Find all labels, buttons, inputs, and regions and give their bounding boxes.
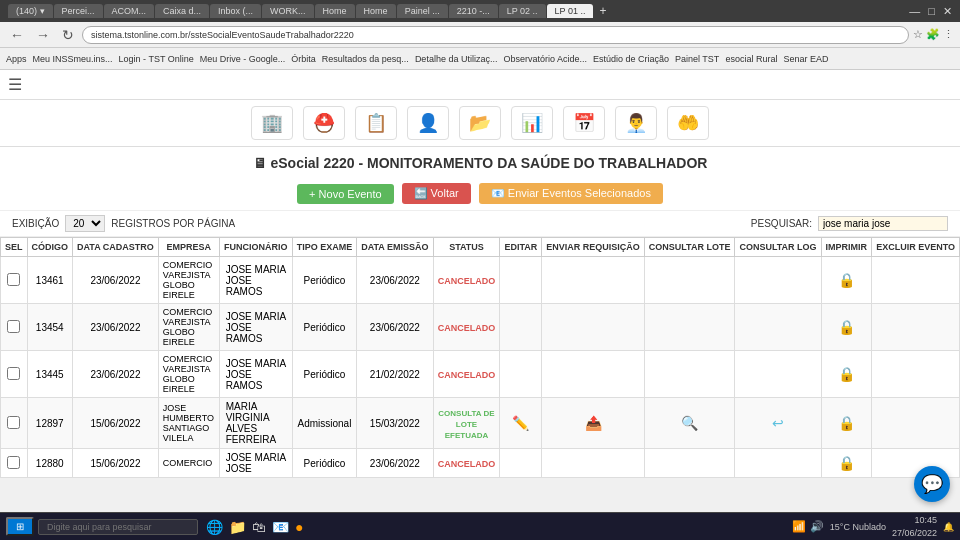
tab-10[interactable]: 2210 -... [449,4,498,18]
icon-module4: 👤 [414,109,442,137]
bookmark-orbita[interactable]: Órbita [291,54,316,64]
minimize-btn[interactable]: — [909,5,920,18]
col-empresa[interactable]: EMPRESA [158,238,219,257]
floating-help-button[interactable]: 💬 [914,466,950,502]
search-input[interactable] [818,216,948,231]
new-tab-button[interactable]: + [594,4,611,18]
taskbar-store-icon[interactable]: 🛍 [252,519,266,535]
per-page-select[interactable]: 20 50 100 [65,215,105,232]
row4-checkbox[interactable] [7,416,20,429]
tab-3[interactable]: ACOM... [104,4,155,18]
row4-send-button[interactable]: 📤 [584,414,603,432]
row1-imprimir[interactable]: 🔒 [821,257,872,304]
bookmark-resultados[interactable]: Resultados da pesq... [322,54,409,64]
reload-button[interactable]: ↻ [58,26,78,44]
back-button[interactable]: 🔙 Voltar [402,183,471,204]
tab-8[interactable]: Home [356,4,396,18]
row5-empresa: COMERCIO [158,449,219,478]
star-icon[interactable]: ☆ [913,28,923,41]
row4-sel[interactable] [1,398,28,449]
taskbar-chrome-icon[interactable]: ● [295,519,303,535]
row4-editar[interactable]: ✏️ [500,398,542,449]
col-data-cadastro[interactable]: DATA CADASTRO [73,238,159,257]
new-event-button[interactable]: + Novo Evento [297,184,393,204]
row5-sel[interactable] [1,449,28,478]
app-icon-8[interactable]: 👨‍💼 [615,106,657,140]
tab-6[interactable]: WORK... [262,4,314,18]
taskbar-mail-icon[interactable]: 📧 [272,519,289,535]
row4-log-button[interactable]: ↩ [771,414,785,432]
row4-edit-button[interactable]: ✏️ [511,414,530,432]
row3-checkbox[interactable] [7,367,20,380]
tab-9[interactable]: Painel ... [397,4,448,18]
row1-checkbox[interactable] [7,273,20,286]
col-status[interactable]: STATUS [433,238,500,257]
menu-icon[interactable]: ⋮ [943,28,954,41]
close-btn[interactable]: ✕ [943,5,952,18]
tab-11[interactable]: LP 02 .. [499,4,546,18]
row3-codigo: 13445 [27,351,73,398]
notification-icon[interactable]: 🔔 [943,522,954,532]
col-codigo[interactable]: CÓDIGO [27,238,73,257]
col-tipo-exame[interactable]: TIPO EXAME [292,238,357,257]
row1-print-button[interactable]: 🔒 [837,271,856,289]
bookmark-senar[interactable]: Senar EAD [783,54,828,64]
send-events-button[interactable]: 📧 Enviar Eventos Selecionados [479,183,663,204]
bookmark-detalhe[interactable]: Detalhe da Utilizaç... [415,54,498,64]
taskbar-search-input[interactable] [38,519,198,535]
hamburger-menu[interactable]: ☰ [8,75,22,94]
app-icon-4[interactable]: 👤 [407,106,449,140]
row4-print-button[interactable]: 🔒 [837,414,856,432]
start-button[interactable]: ⊞ [6,517,34,536]
row3-imprimir[interactable]: 🔒 [821,351,872,398]
taskbar-file-icon[interactable]: 📁 [229,519,246,535]
row1-sel[interactable] [1,257,28,304]
row4-lote-button[interactable]: 🔍 [680,414,699,432]
monitor-icon: 🖥 [253,155,267,171]
row2-print-button[interactable]: 🔒 [837,318,856,336]
row4-lote[interactable]: 🔍 [644,398,735,449]
app-icon-1[interactable]: 🏢 [251,106,293,140]
network-icon: 📶 [792,520,806,533]
app-icon-7[interactable]: 📅 [563,106,605,140]
address-bar[interactable]: sistema.tstonline.com.br/ssteSocialEvent… [82,26,909,44]
app-icon-6[interactable]: 📊 [511,106,553,140]
row4-enviar[interactable]: 📤 [542,398,645,449]
tab-7[interactable]: Home [315,4,355,18]
app-icon-9[interactable]: 🤲 [667,106,709,140]
maximize-btn[interactable]: □ [928,5,935,18]
col-funcionario[interactable]: FUNCIONÁRIO [219,238,292,257]
bookmark-inssmeu[interactable]: Meu INSSmeu.ins... [33,54,113,64]
back-nav-button[interactable]: ← [6,26,28,44]
row2-checkbox[interactable] [7,320,20,333]
tab-5[interactable]: Inbox (... [210,4,261,18]
row5-imprimir[interactable]: 🔒 [821,449,872,478]
row5-checkbox[interactable] [7,456,20,469]
taskbar-browser-icon[interactable]: 🌐 [206,519,223,535]
bookmark-estudio[interactable]: Estúdio de Criação [593,54,669,64]
bookmark-drive[interactable]: Meu Drive - Google... [200,54,286,64]
row5-print-button[interactable]: 🔒 [837,454,856,472]
bookmark-esocial[interactable]: esocial Rural [725,54,777,64]
col-data-emissao[interactable]: DATA EMISSÃO [357,238,433,257]
row2-imprimir[interactable]: 🔒 [821,304,872,351]
tab-4[interactable]: Caixa d... [155,4,209,18]
bookmark-login[interactable]: Login - TST Online [119,54,194,64]
tab-2[interactable]: Percei... [54,4,103,18]
bookmark-apps[interactable]: Apps [6,54,27,64]
bookmark-painel[interactable]: Painel TST [675,54,719,64]
tab-12-active[interactable]: LP 01 .. [547,4,594,18]
row4-imprimir[interactable]: 🔒 [821,398,872,449]
app-icon-2[interactable]: ⛑️ [303,106,345,140]
row2-sel[interactable] [1,304,28,351]
forward-nav-button[interactable]: → [32,26,54,44]
app-icon-3[interactable]: 📋 [355,106,397,140]
row1-log [735,257,821,304]
row3-print-button[interactable]: 🔒 [837,365,856,383]
extension-icon[interactable]: 🧩 [926,28,940,41]
tab-1[interactable]: (140) ▾ [8,4,53,18]
app-icon-5[interactable]: 📂 [459,106,501,140]
row4-log[interactable]: ↩ [735,398,821,449]
row3-sel[interactable] [1,351,28,398]
bookmark-observatorio[interactable]: Observatório Acide... [503,54,587,64]
